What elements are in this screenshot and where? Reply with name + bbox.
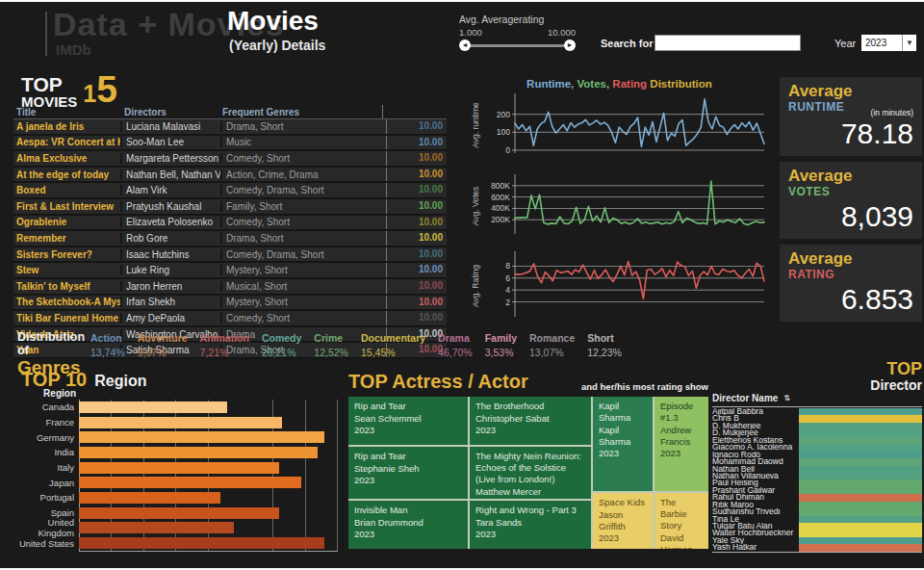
region-bar[interactable] — [79, 431, 324, 443]
region-bar[interactable] — [79, 462, 279, 474]
region-row[interactable]: France — [13, 415, 337, 430]
director-row[interactable]: D. Mukherjee — [712, 423, 922, 429]
treemap-cell[interactable]: Kapil SharmaKapil Sharma2023 — [593, 397, 653, 491]
table-row[interactable]: Aespa: VR Concert at K..Soo-Man LeeMusic… — [13, 136, 447, 152]
genre-percent: 13,74% — [90, 347, 125, 358]
region-row[interactable]: United States — [13, 535, 337, 551]
director-row[interactable]: Tina Le — [712, 516, 922, 523]
treemap-cell[interactable]: Right and Wrong - Part 3Tara Sands2023 — [470, 501, 591, 549]
region-row[interactable]: Germany — [13, 429, 337, 445]
director-row[interactable]: Mohammad Daowd — [712, 458, 922, 465]
genre-item[interactable]: Romance13,07% — [529, 332, 575, 358]
runtime-line[interactable]: 0100200 — [482, 91, 770, 160]
table-row[interactable]: RememberRob GoreDrama, Short10.00 — [13, 231, 447, 247]
director-row[interactable]: Giacomo A. Iacolenna — [712, 444, 922, 451]
region-search-input[interactable] — [654, 35, 801, 51]
genre-item[interactable]: Action13,74% — [90, 332, 125, 358]
genre-item[interactable]: Adventure9,07% — [138, 332, 188, 358]
region-bar[interactable] — [79, 477, 301, 488]
director-column-header[interactable]: Director Name ⇅ — [712, 393, 922, 403]
rating-line[interactable]: 2468 — [482, 248, 770, 324]
table-row[interactable]: A janela de ÍrisLuciana MalavasiDrama, S… — [13, 119, 447, 136]
director-rating-strip — [799, 516, 922, 523]
genre-item[interactable]: Comedy26,21% — [262, 332, 301, 358]
director-row[interactable]: Paul Heising — [712, 479, 922, 486]
sort-icon[interactable]: ⇅ — [783, 394, 790, 402]
treemap-cell[interactable]: Rip and TearSean Schemmel2023 — [348, 397, 468, 445]
director-row[interactable]: Yash Hatkar — [712, 544, 922, 551]
region-bar[interactable] — [79, 537, 324, 549]
director-row[interactable]: Walter Hochbrueckner — [712, 530, 922, 536]
table-row[interactable]: Alma ExclusiveMargareta PetterssonComedy… — [13, 151, 447, 168]
director-row[interactable]: D. Mukjerjee — [712, 429, 922, 436]
treemap-cell[interactable]: The BrotherhoodChristopher Sabat2023 — [470, 397, 591, 445]
rating-filter-slider[interactable]: ◄ ► — [459, 39, 576, 51]
region-row[interactable]: India — [13, 445, 337, 460]
region-bar[interactable] — [79, 492, 220, 504]
region-row[interactable]: Italy — [13, 460, 337, 476]
director-row[interactable]: Yale Sky — [712, 537, 922, 544]
director-row[interactable]: Sudhanshu Trivedi — [712, 508, 922, 515]
director-row[interactable]: Nathan Villanueva — [712, 473, 922, 479]
director-rating-strip — [799, 444, 922, 451]
top15-table-header[interactable]: TitleDirectorsFrequent Genres — [13, 105, 447, 119]
region-row[interactable]: United Kingdom — [13, 521, 337, 536]
column-header-frequent-genres[interactable]: Frequent Genres — [218, 107, 382, 117]
genre-item[interactable]: Documentary15,45% — [361, 332, 425, 358]
treemap-cell[interactable]: Invisible ManBrian Drummond2023 — [348, 501, 468, 549]
table-row[interactable]: BoxedAlam VirkComedy, Drama, Short10.00 — [13, 183, 447, 199]
movie-genres: Musical, Short — [222, 281, 386, 292]
genre-item[interactable]: Animation7,21% — [200, 332, 249, 358]
column-header-rating[interactable] — [382, 105, 447, 118]
director-row[interactable]: Nathan Bell — [712, 466, 922, 473]
genre-item[interactable]: Family3,53% — [485, 332, 517, 358]
director-list: Ajitpal BabbraChris BD. MukherjeeD. Mukj… — [712, 408, 922, 552]
director-row[interactable]: Rahul Dhiman — [712, 494, 922, 501]
director-row[interactable]: Eleftherios Kostans — [712, 437, 922, 444]
table-row[interactable]: Tiki Bar Funeral HomeAmy DePaolaComedy, … — [13, 311, 447, 327]
treemap-cell[interactable]: Space KidsJason Griffith2023 — [593, 493, 653, 549]
region-axis-header[interactable]: Region — [13, 388, 76, 399]
director-row[interactable]: Chris B — [712, 415, 922, 422]
region-bar[interactable] — [79, 522, 234, 533]
region-row[interactable]: Portugal — [13, 490, 337, 505]
director-row[interactable]: Ignacio Rodó — [712, 452, 922, 458]
treemap-cell[interactable]: The Mighty Nein Reunion: Echoes of the S… — [470, 447, 591, 499]
director-row[interactable]: Ajitpal Babbra — [712, 408, 922, 415]
treemap-cell[interactable]: Rip and TearStephanie Sheh2023 — [348, 447, 468, 499]
table-row[interactable]: StewLuke RingMystery, Short10.00 — [13, 263, 447, 279]
movie-rating: 10.00 — [386, 199, 447, 214]
table-row[interactable]: Sisters Forever?Isaac HutchinsComedy, Dr… — [13, 247, 447, 264]
column-header-directors[interactable]: Directors — [120, 107, 218, 117]
region-row[interactable]: Japan — [13, 475, 337, 490]
director-row[interactable]: Ritik Maroo — [712, 502, 922, 508]
year-dropdown[interactable]: 2023 ▼ — [861, 35, 916, 51]
genre-item[interactable]: Crime12,52% — [314, 332, 348, 358]
table-row[interactable]: At the edge of todayNathan Bell, Nathan … — [13, 168, 447, 184]
slider-handle-right-icon[interactable]: ► — [564, 39, 576, 51]
region-bar[interactable] — [79, 447, 318, 458]
slider-handle-left-icon[interactable]: ◄ — [459, 39, 471, 51]
region-row[interactable]: Canada — [13, 400, 337, 415]
director-row[interactable]: Prashant Gailwar — [712, 487, 922, 494]
treemap-cell[interactable]: The Barbie StoryDavid Herman — [654, 493, 708, 549]
table-row[interactable]: OgrablenieElizaveta PolosenkoComedy, Sho… — [13, 216, 447, 232]
director-row[interactable]: Tulgar Batu Alan — [712, 523, 922, 530]
column-header-title[interactable]: Title — [13, 107, 120, 117]
director-name: Walter Hochbrueckner — [712, 530, 799, 536]
region-bar[interactable] — [79, 417, 282, 428]
treemap-cell[interactable]: Episode #1.3Andrew Francis2023 — [654, 397, 708, 491]
cell-show-title: The Brotherhood — [475, 401, 585, 412]
table-row[interactable]: The Sketchbook-A Myst..Irfan ShekhMyster… — [13, 296, 447, 312]
slider-track[interactable] — [463, 44, 572, 47]
votes-line[interactable]: 200K400K600K800K — [482, 171, 770, 241]
genre-item[interactable]: Drama46,70% — [438, 332, 473, 358]
table-row[interactable]: First & Last InterviewPratyush KaushalFa… — [13, 199, 447, 216]
genre-item[interactable]: Short12,23% — [587, 332, 622, 358]
region-bar[interactable] — [79, 507, 279, 519]
movie-genres: Mystery, Short — [222, 297, 386, 307]
table-row[interactable]: Talkin' to MyselfJaron HerrenMusical, Sh… — [13, 279, 447, 296]
chevron-down-icon[interactable]: ▼ — [902, 35, 916, 51]
average-rating-value: 6.853 — [841, 283, 913, 316]
region-bar[interactable] — [79, 402, 227, 413]
